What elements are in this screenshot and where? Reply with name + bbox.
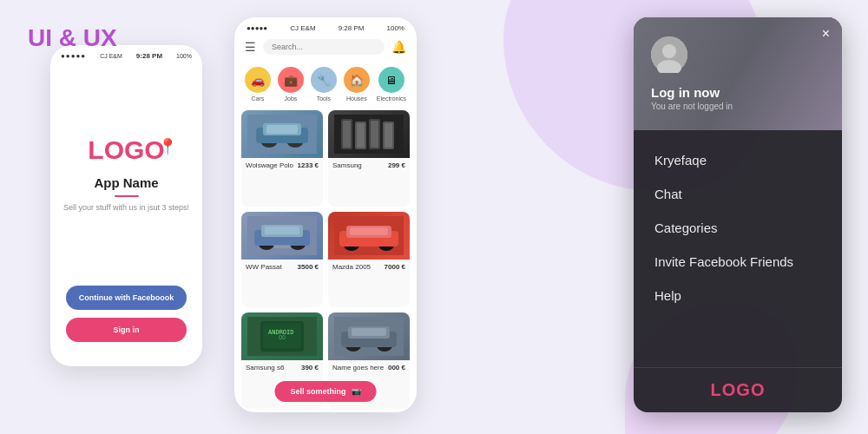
category-electronics[interactable]: 🖥 Electronics	[377, 67, 406, 102]
listing-name-android: Samsung s6	[246, 364, 284, 372]
panel3-header: × Log in now You are not logged in	[634, 17, 842, 130]
listing-info-passat: WW Passat 3500 €	[241, 260, 323, 274]
listing-name-mazda: Mazda 2005	[332, 263, 371, 271]
category-jobs[interactable]: 💼 Jobs	[278, 67, 304, 102]
svg-rect-12	[357, 123, 365, 148]
listing-info-samsung1: Samsung 299 €	[328, 158, 410, 173]
panel3-menu-list: Kryefaqe Chat Categories Invite Facebook…	[634, 130, 842, 367]
facebook-button[interactable]: Continue with Faceboook	[66, 286, 187, 310]
panel3-login-info: Log in now You are not logged in	[651, 85, 733, 111]
svg-rect-20	[265, 227, 299, 234]
phone1-splash-screen: ●●●●● CJ E&M 9:28 PM 100% LOGO 📍 App Nam…	[50, 45, 202, 366]
category-houses[interactable]: 🏠 Houses	[344, 67, 370, 102]
svg-rect-21	[273, 245, 291, 248]
svg-rect-5	[266, 125, 298, 134]
page-title: UI & UX	[28, 24, 117, 52]
jobs-icon: 💼	[278, 67, 304, 93]
listing-name-other: Name goes here	[332, 364, 384, 372]
category-cars[interactable]: 🚗 Cars	[245, 67, 271, 102]
panel3-login-subtitle: You are not logged in	[651, 102, 733, 111]
listing-info-mazda: Mazda 2005 7000 €	[328, 260, 410, 274]
phone1-tagline: Sell your stuff with us in jsut 3 steps!	[63, 202, 189, 214]
svg-rect-27	[350, 227, 388, 235]
phone1-buttons: Continue with Faceboook Sign in	[50, 286, 202, 366]
listing-image-passat	[241, 212, 323, 260]
listing-image-mazda	[328, 212, 410, 260]
svg-rect-38	[352, 328, 386, 336]
phone2-categories: 🚗 Cars 💼 Jobs 🔧 Tools 🏠 Houses 🖥 Electro…	[234, 62, 417, 107]
menu-item-help[interactable]: Help	[654, 279, 821, 312]
listing-name-car1: Wolswage Polo	[246, 161, 293, 169]
cars-icon: 🚗	[245, 67, 271, 93]
listing-image-car1	[241, 110, 323, 158]
panel3-login-title: Log in now	[651, 85, 733, 100]
svg-rect-31	[263, 324, 301, 348]
listing-info-other: Name goes here 000 €	[328, 360, 410, 375]
panel3-footer: LOGO	[634, 367, 842, 412]
electronics-icon: 🖥	[378, 67, 404, 93]
sell-something-button[interactable]: Sell something 📷	[274, 381, 376, 402]
category-tools[interactable]: 🔧 Tools	[311, 67, 337, 102]
cars-label: Cars	[252, 95, 265, 102]
tools-icon: 🔧	[311, 67, 337, 93]
listings-grid: Wolswage Polo 1233 €	[234, 107, 417, 412]
listing-card-mazda[interactable]: Mazda 2005 7000 €	[328, 212, 410, 308]
phone2-carrier: CJ E&M	[290, 24, 315, 32]
listing-price-samsung1: 299 €	[388, 161, 405, 169]
close-icon[interactable]: ×	[822, 26, 830, 42]
hamburger-icon[interactable]: ☰	[245, 40, 256, 54]
camera-icon: 📷	[352, 387, 361, 396]
listing-price-car1: 1233 €	[298, 161, 319, 169]
listing-image-android: ∞ ANDROID	[241, 312, 323, 360]
phone2-listings: ●●●●● CJ E&M 9:28 PM 100% ☰ 🔔 🚗 Cars 💼 J…	[234, 17, 417, 412]
sell-button-label: Sell something	[290, 387, 345, 396]
panel3-menu: × Log in now You are not logged in Kryef…	[634, 17, 842, 412]
listing-image-samsung1	[328, 110, 410, 158]
jobs-label: Jobs	[285, 95, 298, 102]
menu-item-invite-facebook[interactable]: Invite Facebook Friends	[654, 246, 821, 278]
signin-button[interactable]: Sign in	[66, 318, 187, 342]
phone2-search-bar: ☰ 🔔	[234, 36, 417, 62]
search-input[interactable]	[263, 39, 385, 55]
listing-info-car1: Wolswage Polo 1233 €	[241, 158, 323, 173]
listing-card-passat[interactable]: WW Passat 3500 €	[241, 212, 323, 308]
phone1-signal: ●●●●●	[61, 52, 86, 60]
tools-label: Tools	[317, 95, 331, 102]
phone2-battery: 100%	[387, 24, 404, 32]
listing-card-samsung1[interactable]: Samsung 299 €	[328, 110, 410, 207]
phone2-signal: ●●●●●	[247, 24, 267, 32]
listing-info-android: Samsung s6 390 €	[241, 360, 323, 375]
listing-image-other	[328, 312, 410, 360]
bell-icon[interactable]: 🔔	[391, 40, 406, 54]
phone2-time: 9:28 PM	[339, 24, 365, 32]
houses-label: Houses	[346, 95, 367, 102]
panel3-footer-logo: LOGO	[634, 380, 842, 400]
menu-item-chat[interactable]: Chat	[654, 178, 821, 210]
listing-card-car1[interactable]: Wolswage Polo 1233 €	[241, 110, 323, 207]
listing-price-passat: 3500 €	[298, 263, 319, 271]
menu-item-kryefaqe[interactable]: Kryefaqe	[654, 144, 821, 176]
phone1-logo: LOGO	[88, 135, 164, 164]
phone1-separator	[115, 195, 139, 197]
phone1-app-name: App Name	[94, 175, 158, 190]
houses-icon: 🏠	[344, 67, 370, 93]
svg-rect-11	[343, 121, 351, 148]
svg-rect-14	[385, 123, 392, 148]
phone1-battery: 100%	[176, 53, 192, 59]
listing-name-passat: WW Passat	[246, 263, 282, 271]
svg-text:ANDROID: ANDROID	[268, 329, 294, 336]
menu-item-categories[interactable]: Categories	[654, 212, 821, 244]
listing-price-android: 390 €	[301, 364, 319, 372]
svg-point-40	[662, 44, 676, 58]
panel3-header-background	[634, 17, 842, 130]
phone2-status-bar: ●●●●● CJ E&M 9:28 PM 100%	[234, 17, 417, 36]
svg-rect-13	[371, 121, 378, 148]
listing-name-samsung1: Samsung	[332, 161, 362, 169]
electronics-label: Electronics	[377, 95, 406, 102]
avatar	[651, 36, 687, 73]
listing-price-other: 000 €	[388, 364, 405, 372]
phone1-carrier: CJ E&M	[100, 53, 122, 59]
phone1-logo-pin: 📍	[158, 137, 177, 156]
phone1-time: 9:28 PM	[136, 52, 162, 60]
listing-price-mazda: 7000 €	[385, 263, 405, 271]
